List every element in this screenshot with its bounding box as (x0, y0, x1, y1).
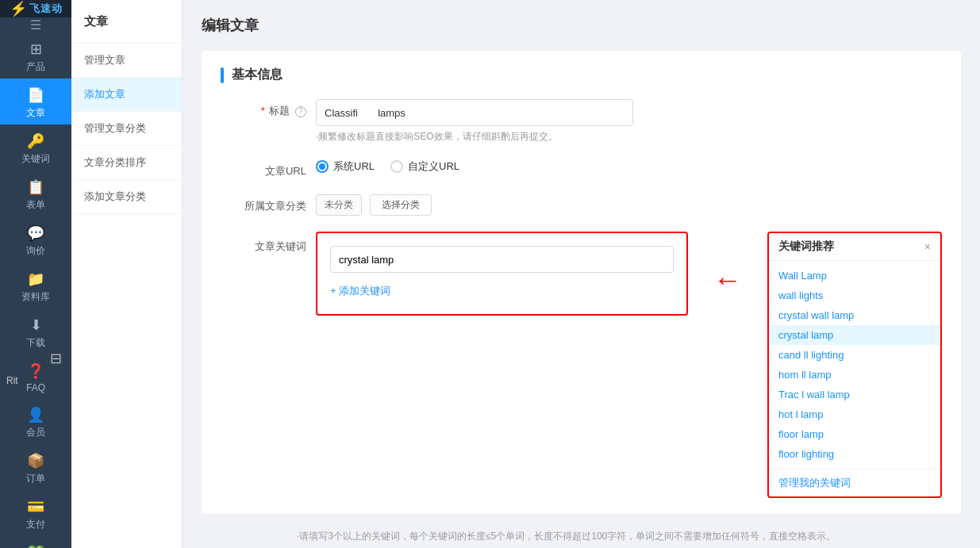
keyword-item-0[interactable]: Wall Lamp (769, 266, 940, 285)
pay-icon: 💳 (27, 498, 44, 515)
url-option-system[interactable]: 系统URL (316, 159, 375, 174)
category-row: 所属文章分类 未分类 选择分类 (221, 194, 942, 216)
mid-nav-item-add-article[interactable]: 添加文章 (71, 78, 182, 112)
sidebar-item-label: 产品 (26, 60, 45, 74)
mid-nav-item-manage-article[interactable]: 管理文章 (71, 44, 182, 78)
keyword-recommend-list: Wall Lamp wall lights crystal wall lamp … (769, 261, 940, 469)
url-row: 文章URL 系统URL 自定义URL (221, 159, 942, 178)
sidebar: ⚡ 飞速动 ☰ ⊞ 产品 📄 文章 🔑 关键词 📋 表单 💬 询价 📁 资料库 … (0, 0, 71, 548)
keyword-recommend-footer: 管理我的关键词 (769, 469, 940, 496)
sidebar-item-label: 资料库 (21, 290, 50, 304)
url-options: 系统URL 自定义URL (316, 159, 942, 174)
keyword-icon: 🔑 (27, 132, 44, 150)
mid-nav: 文章 管理文章 添加文章 管理文章分类 文章分类排序 添加文章分类 Rit ⊟ (71, 0, 183, 548)
mid-nav-title: 文章 (71, 0, 182, 44)
title-input[interactable] (316, 99, 633, 126)
sidebar-item-form[interactable]: 📋 表单 (0, 171, 71, 217)
arrow-area: ← (704, 232, 751, 297)
keyword-item-6[interactable]: Trac l wall lamp (769, 385, 940, 404)
sidebar-item-label: 会员 (26, 426, 45, 439)
inquiry-icon: 💬 (27, 224, 44, 242)
keyword-recommend-title: 关键词推荐 (778, 240, 834, 254)
url-system-label: 系统URL (333, 159, 375, 174)
section-header-title: 基本信息 (232, 67, 282, 83)
sidebar-item-wechat[interactable]: 💚 微信平台 (0, 536, 71, 548)
select-category-btn[interactable]: 选择分类 (370, 194, 432, 216)
order-icon: 📦 (27, 452, 44, 469)
keyword-input-area: + 添加关键词 (330, 246, 674, 301)
keyword-item-4[interactable]: cand ll lighting (769, 345, 940, 365)
add-keyword-btn[interactable]: + 添加关键词 (330, 281, 674, 301)
sidebar-collapse-btn[interactable]: ☰ (0, 17, 71, 33)
keyword-recommend-panel: 关键词推荐 × Wall Lamp wall lights crystal wa… (767, 232, 942, 498)
section-header: 基本信息 (221, 67, 942, 83)
keyword-item-7[interactable]: hot l lamp (769, 404, 940, 424)
url-option-custom[interactable]: 自定义URL (390, 159, 459, 174)
category-label: 所属文章分类 (221, 194, 316, 213)
radio-custom (390, 160, 403, 173)
sidebar-item-label: 订单 (26, 472, 45, 485)
mid-nav-item-add-category[interactable]: 添加文章分类 (71, 180, 182, 214)
keyword-label: 文章关键词 (221, 232, 316, 254)
menu-icon: ☰ (30, 17, 41, 33)
keyword-item-5[interactable]: hom ll lamp (769, 365, 940, 385)
sidebar-item-pay[interactable]: 💳 支付 (0, 490, 71, 536)
manage-keywords-link[interactable]: 管理我的关键词 (778, 477, 851, 489)
radio-system (316, 160, 329, 173)
title-row: * 标题 ? ·频繁修改标题直接影响SEO效果，请仔细斟酌后再提交。 (221, 99, 942, 144)
keyword-recommend-header: 关键词推荐 × (769, 233, 940, 261)
mid-nav-item-manage-category[interactable]: 管理文章分类 (71, 112, 182, 146)
sidebar-item-label: 询价 (26, 244, 45, 258)
keyword-item-1[interactable]: wall lights (769, 285, 940, 305)
basic-info-card: 基本信息 * 标题 ? ·频繁修改标题直接影响SEO效果，请仔细斟酌后再提交。 … (202, 51, 961, 514)
mid-nav-item-sort-category[interactable]: 文章分类排序 (71, 146, 182, 180)
sidebar-logo: ⚡ 飞速动 (0, 0, 71, 17)
sidebar-item-inquiry[interactable]: 💬 询价 (0, 217, 71, 263)
sidebar-item-label: 支付 (26, 518, 45, 531)
expand-btn[interactable]: ⊟ (0, 343, 111, 374)
category-content: 未分类 选择分类 (316, 194, 942, 216)
url-custom-label: 自定义URL (408, 159, 459, 174)
keyword-box: + 添加关键词 (316, 232, 688, 316)
logo-text: 飞速动 (29, 2, 63, 16)
wechat-icon: 💚 (27, 544, 44, 548)
title-help-icon[interactable]: ? (295, 106, 306, 117)
sidebar-item-library[interactable]: 📁 资料库 (0, 263, 71, 308)
rit-label: Rit (0, 372, 76, 389)
keyword-form-content: + 添加关键词 ← 关键词推荐 × Wall Lam (316, 232, 942, 498)
url-content: 系统URL 自定义URL (316, 159, 942, 174)
title-content: ·频繁修改标题直接影响SEO效果，请仔细斟酌后再提交。 (316, 99, 942, 144)
url-label: 文章URL (221, 159, 316, 178)
keyword-item-8[interactable]: floor lamp (769, 424, 940, 444)
expand-icon: ⊟ (50, 350, 62, 367)
product-icon: ⊞ (30, 40, 42, 58)
keyword-input[interactable] (330, 246, 674, 273)
category-default-tag: 未分类 (316, 194, 362, 216)
member-icon: 👤 (27, 406, 44, 423)
sidebar-item-product[interactable]: ⊞ 产品 (0, 33, 71, 79)
sidebar-item-label: 关键词 (21, 152, 50, 166)
sidebar-item-label: 表单 (26, 198, 45, 212)
keyword-form-row: 文章关键词 + 添加关键词 ← (221, 232, 942, 498)
keyword-recommend-close-btn[interactable]: × (924, 240, 931, 253)
title-hint: ·频繁修改标题直接影响SEO效果，请仔细斟酌后再提交。 (316, 130, 942, 144)
logo-icon: ⚡ (10, 0, 28, 17)
section-header-bar (221, 67, 224, 83)
main-content: 编辑文章 基本信息 * 标题 ? ·频繁修改标题直接影响SEO效果，请仔细斟酌后… (183, 0, 980, 548)
arrow-icon: ← (713, 263, 742, 297)
article-icon: 📄 (27, 86, 44, 104)
title-label: * 标题 ? (221, 99, 316, 118)
sidebar-item-label: 文章 (26, 106, 45, 120)
sidebar-item-keyword[interactable]: 🔑 关键词 (0, 125, 71, 171)
category-options: 未分类 选择分类 (316, 194, 942, 216)
keyword-item-9[interactable]: floor lighting (769, 444, 940, 464)
sidebar-item-order[interactable]: 📦 订单 (0, 444, 71, 490)
form-icon: 📋 (27, 178, 44, 196)
keyword-item-3[interactable]: crystal lamp (769, 325, 940, 345)
sidebar-item-member[interactable]: 👤 会员 (0, 398, 71, 444)
footer-hint: ·请填写3个以上的关键词，每个关键词的长度≤5个单词，长度不得超过100字符，单… (202, 530, 961, 543)
keyword-item-2[interactable]: crystal wall lamp (769, 305, 940, 325)
sidebar-item-article[interactable]: 📄 文章 (0, 79, 71, 125)
download-icon: ⬇ (30, 316, 42, 334)
library-icon: 📁 (27, 270, 44, 288)
